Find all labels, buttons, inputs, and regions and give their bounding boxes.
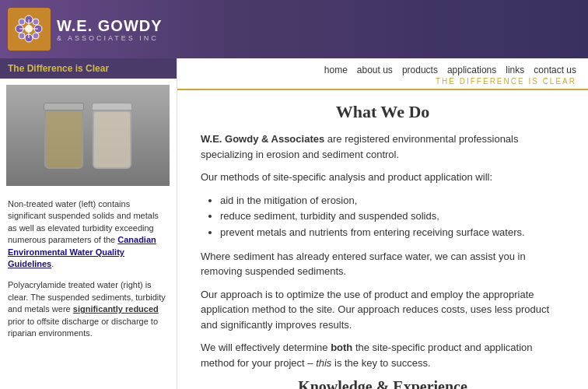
list-item: aid in the mitigation of erosion, bbox=[220, 193, 565, 209]
svg-point-8 bbox=[33, 33, 39, 39]
intro-bold: W.E. Gowdy & Associates bbox=[201, 133, 324, 145]
main-layout: The Difference is Clear Non-treated wate… bbox=[0, 58, 588, 389]
intro-para: W.E. Gowdy & Associates are registered e… bbox=[201, 131, 565, 162]
nav-bar: home about us products applications link… bbox=[177, 58, 588, 90]
para3-bold: both bbox=[331, 342, 352, 353]
nav-links[interactable]: links bbox=[506, 65, 524, 75]
article: What We Do W.E. Gowdy & Associates are r… bbox=[177, 90, 588, 389]
svg-point-0 bbox=[25, 25, 33, 33]
methods-intro: Our methods of site-specific analysis an… bbox=[201, 170, 565, 185]
section2-title: Knowledge & Experience bbox=[201, 378, 565, 389]
logo-text-area: W.E. GOWDY & ASSOCIATES INC bbox=[57, 17, 163, 42]
jar-image bbox=[6, 85, 170, 186]
nav-links: home about us products applications link… bbox=[324, 65, 576, 75]
list-item: prevent metals and nutrients from enteri… bbox=[220, 225, 565, 241]
sidebar-caption2-bold: significantly reduced bbox=[73, 304, 159, 314]
sidebar-image-container bbox=[0, 79, 177, 192]
logo-icon bbox=[8, 8, 51, 51]
logo-sub-text: & ASSOCIATES INC bbox=[57, 34, 163, 42]
logo-area: W.E. GOWDY & ASSOCIATES INC bbox=[8, 8, 163, 51]
nav-home[interactable]: home bbox=[324, 65, 348, 75]
content: home about us products applications link… bbox=[177, 58, 588, 389]
svg-point-6 bbox=[33, 19, 39, 25]
para1: Where sediment has already entered surfa… bbox=[201, 249, 565, 279]
sidebar-image bbox=[6, 85, 170, 186]
nav-about[interactable]: about us bbox=[357, 65, 393, 75]
sidebar-caption1: Non-treated water (left) contains signif… bbox=[0, 192, 177, 276]
list-item: reduce sediment, turbidity and suspended… bbox=[220, 209, 565, 225]
jar-right bbox=[93, 110, 131, 169]
para2: Our approach is to optimize the use of p… bbox=[201, 287, 565, 333]
logo-main-text: W.E. GOWDY bbox=[57, 17, 163, 34]
svg-point-5 bbox=[19, 19, 25, 25]
sidebar-caption2: Polyacrylamide treated water (right) is … bbox=[0, 276, 177, 345]
header: W.E. GOWDY & ASSOCIATES INC bbox=[0, 0, 588, 58]
nav-products[interactable]: products bbox=[402, 65, 438, 75]
section1-title: What We Do bbox=[201, 102, 565, 122]
jar-left bbox=[44, 110, 83, 169]
sidebar: The Difference is Clear Non-treated wate… bbox=[0, 58, 177, 389]
nav-contact[interactable]: contact us bbox=[534, 65, 576, 75]
svg-point-7 bbox=[19, 33, 25, 39]
para3-italic: this bbox=[316, 357, 331, 369]
nav-applications[interactable]: applications bbox=[447, 65, 496, 75]
methods-list: aid in the mitigation of erosion, reduce… bbox=[220, 193, 565, 241]
para3: We will effectively determine both the s… bbox=[201, 340, 565, 370]
nav-tagline: THE DIFFERENCE IS CLEAR bbox=[436, 75, 576, 86]
sidebar-title: The Difference is Clear bbox=[0, 58, 177, 79]
